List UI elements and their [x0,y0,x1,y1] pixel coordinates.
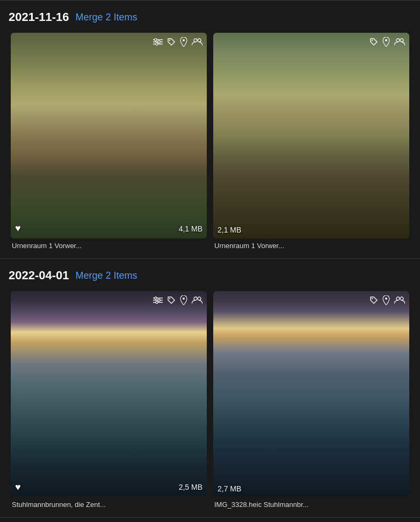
file-size-3: 2,5 MB [179,483,202,491]
photo-thumb-3[interactable]: ♥ 2,5 MB [11,291,207,497]
svg-point-9 [198,39,201,42]
photo-thumb-1[interactable]: ♥ 4,1 MB [11,33,207,238]
svg-point-3 [155,39,157,41]
photo-top-icons-2 [370,37,405,48]
section-date-2022: 2022-04-01 [9,269,69,282]
sliders-icon-3[interactable] [153,296,163,306]
photo-thumb-2[interactable]: 2,1 MB [213,33,409,238]
photo-grid-2022: ♥ 2,5 MB Stuhlmannbrunnen, die Zent... [9,291,411,508]
tag-icon-2[interactable] [370,38,378,48]
date-section-2022: 2022-04-01 Merge 2 Items [0,259,420,517]
svg-point-7 [183,39,185,41]
photo-top-icons-3 [153,295,202,307]
photo-bottom-4: 2,7 MB [218,484,405,493]
section-header-2021: 2021-11-16 Merge 2 Items [9,1,411,33]
svg-point-8 [194,39,197,42]
people-icon-3[interactable] [192,296,202,306]
file-size-4: 2,7 MB [218,484,241,493]
svg-point-6 [169,40,170,41]
svg-point-20 [169,298,170,299]
photo-bottom-2: 2,1 MB [218,226,405,234]
svg-point-23 [198,297,201,300]
photo-caption-2: Urnenraum 1 Vorwer... [213,242,409,250]
photo-grid-2021: ♥ 4,1 MB Urnenraum 1 Vorwer... [9,33,411,250]
photo-top-icons-4 [370,295,405,307]
tag-icon-1[interactable] [167,38,176,48]
location-icon-4[interactable] [382,295,390,307]
svg-point-11 [385,39,387,41]
photo-item-1: ♥ 4,1 MB Urnenraum 1 Vorwer... [11,33,207,250]
svg-point-13 [400,39,403,42]
svg-point-10 [372,40,373,41]
tag-icon-4[interactable] [370,296,378,306]
photo-caption-4: IMG_3328.heic Stuhlmannbr... [213,501,409,509]
photo-top-icons-1 [153,37,202,48]
svg-point-26 [396,297,400,300]
people-icon-2[interactable] [394,38,405,47]
svg-point-22 [194,297,197,300]
svg-point-12 [396,39,400,42]
photo-bottom-1: ♥ 4,1 MB [15,223,202,234]
section-date-2021: 2021-11-16 [9,10,69,24]
date-section-2021: 2021-11-16 Merge 2 Items [0,1,420,259]
section-header-2022: 2022-04-01 Merge 2 Items [9,259,411,291]
svg-point-4 [158,41,160,43]
favorite-icon-3[interactable]: ♥ [15,482,21,493]
photo-caption-3: Stuhlmannbrunnen, die Zent... [11,501,207,509]
photo-thumb-4[interactable]: 2,7 MB [213,291,409,497]
location-icon-2[interactable] [382,37,390,48]
people-icon-1[interactable] [192,38,202,47]
file-size-1: 4,1 MB [179,224,202,233]
sliders-icon[interactable] [153,38,163,47]
merge-link-2022[interactable]: Merge 2 Items [76,270,137,281]
merge-link-2021[interactable]: Merge 2 Items [76,12,137,23]
tag-icon-3[interactable] [167,296,176,306]
svg-point-25 [385,298,387,300]
svg-point-27 [400,297,403,300]
svg-point-17 [155,297,157,299]
location-icon-1[interactable] [180,37,187,48]
svg-point-24 [372,298,373,299]
favorite-icon-1[interactable]: ♥ [15,223,21,234]
photo-caption-1: Urnenraum 1 Vorwer... [11,242,207,250]
photo-bottom-3: ♥ 2,5 MB [15,482,202,493]
people-icon-4[interactable] [394,296,405,306]
svg-point-21 [183,298,185,300]
svg-point-18 [158,299,160,301]
svg-point-19 [156,301,158,303]
svg-point-5 [156,43,158,45]
file-size-2: 2,1 MB [218,226,241,234]
photo-item-3: ♥ 2,5 MB Stuhlmannbrunnen, die Zent... [11,291,207,508]
location-icon-3[interactable] [180,295,187,307]
photo-item-4: 2,7 MB IMG_3328.heic Stuhlmannbr... [213,291,409,508]
photo-item-2: 2,1 MB Urnenraum 1 Vorwer... [213,33,409,250]
